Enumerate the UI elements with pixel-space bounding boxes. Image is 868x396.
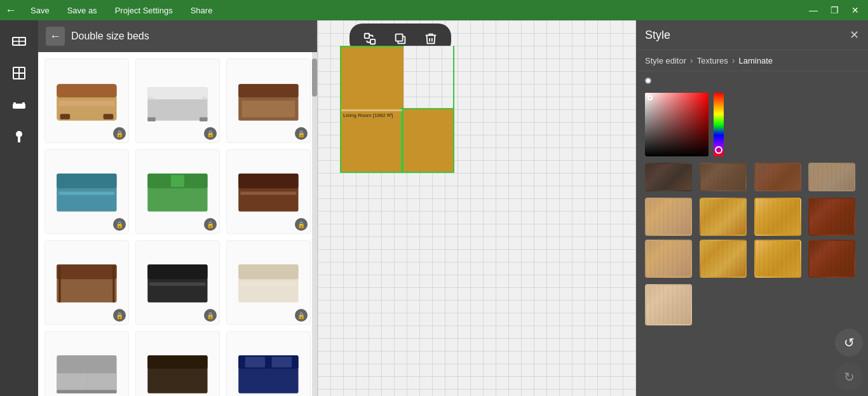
svg-rect-35 — [58, 266, 60, 303]
back-button[interactable]: ← — [5, 4, 17, 17]
list-item[interactable]: 🔒 — [135, 149, 220, 234]
lock-icon: 🔒 — [204, 309, 217, 322]
style-panel-close-button[interactable]: ✕ — [850, 28, 859, 42]
project-settings-button[interactable]: Project Settings — [111, 4, 177, 17]
svg-rect-48 — [147, 355, 207, 369]
lock-icon: 🔒 — [113, 218, 126, 231]
list-item[interactable]: 🔒 — [135, 240, 220, 325]
svg-rect-23 — [242, 100, 295, 117]
svg-rect-31 — [238, 174, 298, 188]
svg-rect-46 — [57, 390, 116, 393]
svg-rect-62 — [396, 34, 403, 41]
texture-swatch[interactable] — [645, 163, 692, 191]
svg-rect-18 — [147, 88, 207, 100]
minimize-button[interactable]: — — [805, 4, 822, 17]
lock-icon: 🔒 — [113, 127, 126, 140]
maximize-button[interactable]: ❐ — [827, 4, 843, 17]
list-item[interactable]: 🔒 — [44, 58, 129, 143]
color-picker — [636, 71, 868, 93]
list-item[interactable]: 🔒 — [226, 149, 311, 234]
undo-button[interactable]: ↺ — [835, 329, 863, 357]
sidebar-item-wall[interactable] — [4, 27, 34, 56]
list-item[interactable]: 🔒 — [135, 58, 220, 143]
list-item[interactable]: 🔒 — [226, 240, 311, 325]
svg-point-10 — [16, 131, 22, 137]
svg-rect-52 — [272, 357, 292, 367]
sidebar-item-window[interactable] — [4, 58, 34, 88]
svg-rect-51 — [245, 357, 265, 367]
svg-rect-38 — [147, 264, 207, 279]
svg-rect-60 — [370, 39, 375, 44]
svg-rect-7 — [14, 106, 24, 109]
style-panel: Style ✕ Style editor › Textures › Lamina… — [636, 20, 868, 396]
lock-icon: 🔒 — [295, 218, 308, 231]
list-item[interactable]: 🔒 — [44, 240, 129, 325]
texture-swatch[interactable] — [645, 240, 692, 278]
furniture-panel-title: Double size beds — [71, 31, 149, 42]
window-controls: — ❐ ✕ — [805, 4, 863, 17]
svg-rect-59 — [365, 34, 369, 38]
floorplan: Living Room [1982 ft²] — [327, 46, 473, 186]
svg-rect-14 — [58, 100, 114, 106]
svg-rect-32 — [240, 191, 296, 195]
svg-rect-19 — [147, 118, 156, 121]
hue-slider[interactable] — [714, 93, 724, 156]
close-button[interactable]: ✕ — [848, 4, 863, 17]
texture-swatch[interactable] — [754, 163, 801, 191]
scrollbar-thumb[interactable] — [312, 58, 317, 97]
texture-swatch[interactable] — [700, 240, 747, 278]
list-item[interactable]: 🔒 — [226, 58, 311, 143]
svg-rect-41 — [238, 264, 298, 279]
titlebar: ← Save Save as Project Settings Share — … — [0, 0, 868, 20]
furniture-panel-header: ← Double size beds — [38, 20, 317, 52]
list-item[interactable]: 🔒 — [226, 331, 311, 396]
redo-button[interactable]: ↻ — [835, 363, 863, 391]
lock-icon: 🔒 — [295, 309, 308, 322]
breadcrumb: Style editor › Textures › Laminate — [636, 50, 868, 71]
furniture-panel: ← Double size beds 🔒 — [38, 20, 318, 396]
svg-rect-13 — [57, 84, 116, 97]
furniture-grid[interactable]: 🔒 🔒 — [38, 52, 317, 396]
texture-swatch[interactable] — [808, 198, 855, 236]
sidebar-item-furniture[interactable] — [4, 90, 34, 119]
texture-swatch[interactable] — [645, 284, 692, 325]
list-item[interactable]: 🔒 — [44, 149, 129, 234]
svg-rect-15 — [60, 114, 71, 119]
texture-swatch[interactable] — [808, 163, 855, 191]
textures-grid — [636, 194, 868, 282]
breadcrumb-laminate[interactable]: Laminate — [739, 56, 773, 65]
left-sidebar — [0, 20, 38, 396]
svg-rect-22 — [238, 84, 298, 97]
texture-swatch[interactable] — [645, 198, 692, 236]
texture-swatch[interactable] — [808, 240, 855, 278]
breadcrumb-sep-2: › — [732, 55, 735, 65]
svg-rect-9 — [22, 102, 25, 105]
save-button[interactable]: Save — [27, 4, 53, 17]
main-area: ← Double size beds 🔒 — [0, 20, 868, 396]
texture-swatch[interactable] — [700, 163, 747, 191]
texture-swatch[interactable] — [700, 198, 747, 236]
breadcrumb-textures[interactable]: Textures — [697, 56, 728, 65]
list-item[interactable]: 🔒 — [135, 331, 220, 396]
color-gradient-picker[interactable] — [645, 93, 709, 156]
svg-rect-25 — [57, 174, 116, 188]
room-label: Living Room [1982 ft²] — [343, 113, 393, 118]
svg-rect-34 — [57, 264, 116, 279]
furniture-back-button[interactable]: ← — [46, 27, 65, 46]
save-as-button[interactable]: Save as — [64, 4, 101, 17]
share-button[interactable]: Share — [187, 4, 217, 17]
breadcrumb-style-editor[interactable]: Style editor — [645, 56, 686, 65]
canvas-area[interactable]: ← Double size beds 🔒 — [38, 20, 868, 396]
texture-swatch[interactable] — [754, 240, 801, 278]
svg-rect-26 — [58, 191, 114, 195]
svg-rect-39 — [149, 282, 205, 285]
scrollbar[interactable] — [312, 52, 317, 396]
bottom-actions: ↺ ↻ — [835, 329, 863, 391]
svg-rect-11 — [18, 137, 20, 142]
svg-rect-42 — [240, 282, 296, 285]
sidebar-item-outdoor[interactable] — [4, 122, 34, 151]
list-item[interactable]: 🔒 — [44, 331, 129, 396]
svg-rect-29 — [171, 175, 184, 187]
color-circle-indicator — [645, 78, 651, 86]
texture-swatch[interactable] — [754, 198, 801, 236]
